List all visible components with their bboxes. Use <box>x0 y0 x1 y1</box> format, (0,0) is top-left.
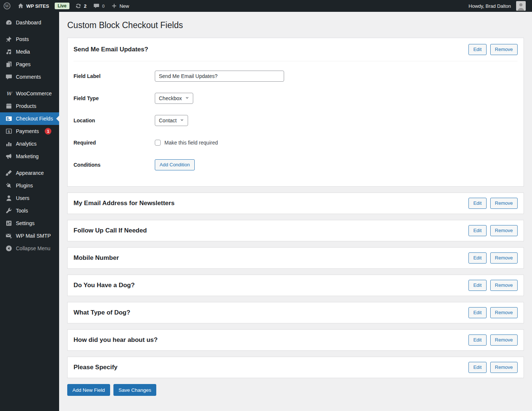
music-note-icon <box>5 48 13 55</box>
sidebar-item-plugins[interactable]: Plugins <box>0 179 59 192</box>
edit-button[interactable]: Edit <box>468 252 486 264</box>
remove-button[interactable]: Remove <box>490 280 518 291</box>
wrench-icon <box>5 207 13 214</box>
field-panel: What Type of Dog? Edit Remove <box>67 302 524 323</box>
remove-button[interactable]: Remove <box>490 252 518 264</box>
howdy-text: Howdy, Brad Dalton <box>466 3 514 9</box>
wordpress-logo-button[interactable]: W <box>0 0 14 12</box>
sidebar-item-products[interactable]: Products <box>0 100 59 112</box>
updates-button[interactable]: 2 <box>72 0 90 12</box>
remove-button[interactable]: Remove <box>490 225 518 236</box>
new-label: New <box>119 3 129 9</box>
comments-button[interactable]: 0 <box>90 0 108 12</box>
remove-button[interactable]: Remove <box>490 334 518 346</box>
field-panel-title: Follow Up Call If Needed <box>74 227 147 234</box>
sidebar-item-collapse-menu[interactable]: Collapse Menu <box>0 242 59 255</box>
field-label-input[interactable] <box>155 71 284 82</box>
chevron-down-icon <box>184 95 190 102</box>
sidebar-item-checkout-fields[interactable]: Checkout Fields <box>0 112 59 125</box>
sidebar-item-label: Analytics <box>16 141 37 147</box>
add-new-field-button[interactable]: Add New Field <box>67 384 110 396</box>
sidebar-item-comments[interactable]: Comments <box>0 71 59 83</box>
checkout-fields-icon <box>5 115 13 122</box>
plus-icon <box>111 3 117 9</box>
pages-icon <box>5 61 13 68</box>
sidebar-item-wp-mail-smtp[interactable]: WP Mail SMTP <box>0 230 59 242</box>
home-icon <box>17 3 24 9</box>
sidebar-item-analytics[interactable]: Analytics <box>0 137 59 150</box>
location-value: Contact <box>159 118 177 123</box>
edit-button[interactable]: Edit <box>468 362 486 373</box>
sidebar-item-label: Pages <box>16 61 31 67</box>
field-panel-title: Send Me Email Updates? <box>74 46 148 53</box>
bar-chart-icon <box>5 140 13 147</box>
remove-button[interactable]: Remove <box>490 362 518 373</box>
sidebar-item-posts[interactable]: Posts <box>0 33 59 45</box>
site-name-link[interactable]: WP SITES <box>14 0 52 12</box>
conditions-label: Conditions <box>74 162 155 168</box>
admin-sidebar: Dashboard Posts Media Pages Comments W W… <box>0 12 59 411</box>
updates-icon <box>75 3 82 9</box>
sidebar-item-label: Comments <box>16 74 41 80</box>
sidebar-item-tools[interactable]: Tools <box>0 204 59 217</box>
sidebar-item-pages[interactable]: Pages <box>0 58 59 71</box>
sidebar-item-label: Plugins <box>16 183 33 188</box>
sliders-icon <box>5 220 13 227</box>
collapse-arrow-icon <box>5 245 13 252</box>
field-panel-title: My Email Address for Newsletters <box>74 200 174 207</box>
sidebar-item-users[interactable]: Users <box>0 192 59 204</box>
remove-button[interactable]: Remove <box>490 307 518 318</box>
remove-button[interactable]: Remove <box>490 198 518 209</box>
field-panel-expanded: Send Me Email Updates? Edit Remove Field… <box>67 38 524 187</box>
sidebar-item-label: Products <box>16 103 36 109</box>
sidebar-item-label: Appearance <box>16 170 44 176</box>
field-type-label: Field Type <box>74 95 155 101</box>
field-type-select[interactable]: Checkbox <box>155 93 193 104</box>
sidebar-item-dashboard[interactable]: Dashboard <box>0 16 59 29</box>
field-panel-title: Mobile Number <box>74 254 119 262</box>
field-panel: Do You Have a Dog? Edit Remove <box>67 275 524 296</box>
add-condition-button[interactable]: Add Condition <box>155 159 195 170</box>
edit-button[interactable]: Edit <box>468 44 486 55</box>
page-title: Custom Block Checkout Fields <box>67 12 524 38</box>
edit-button[interactable]: Edit <box>468 198 486 209</box>
new-content-button[interactable]: New <box>108 0 132 12</box>
comment-icon <box>5 73 13 81</box>
sidebar-item-label: Collapse Menu <box>16 245 50 251</box>
field-panel: How did you hear about us? Edit Remove <box>67 329 524 351</box>
sidebar-item-payments[interactable]: $ Payments 1 <box>0 125 59 137</box>
field-label-label: Field Label <box>74 73 155 79</box>
envelope-icon <box>5 232 13 240</box>
edit-button[interactable]: Edit <box>468 225 486 236</box>
sidebar-item-label: Settings <box>16 220 35 226</box>
sidebar-item-woocommerce[interactable]: W WooCommerce <box>0 87 59 100</box>
sidebar-item-settings[interactable]: Settings <box>0 217 59 230</box>
edit-button[interactable]: Edit <box>468 280 486 291</box>
updates-count: 2 <box>84 3 86 9</box>
sidebar-item-appearance[interactable]: Appearance <box>0 167 59 179</box>
sidebar-item-marketing[interactable]: Marketing <box>0 150 59 163</box>
payments-icon: $ <box>5 128 13 135</box>
live-badge: Live <box>55 3 69 9</box>
save-changes-button[interactable]: Save Changes <box>113 384 157 396</box>
location-select[interactable]: Contact <box>155 115 188 126</box>
woocommerce-icon: W <box>5 90 13 97</box>
sidebar-item-media[interactable]: Media <box>0 45 59 58</box>
sidebar-item-label: Tools <box>16 208 28 214</box>
sidebar-item-label: Users <box>16 195 30 201</box>
svg-text:W: W <box>5 4 9 8</box>
field-panel: My Email Address for Newsletters Edit Re… <box>67 193 524 214</box>
comments-count: 0 <box>102 3 105 9</box>
box-icon <box>5 102 13 110</box>
edit-button[interactable]: Edit <box>468 334 486 346</box>
sidebar-item-label: Posts <box>16 36 29 42</box>
edit-button[interactable]: Edit <box>468 307 486 318</box>
remove-button[interactable]: Remove <box>490 44 518 55</box>
location-label: Location <box>74 118 155 123</box>
sidebar-item-label: WooCommerce <box>16 91 52 96</box>
account-menu[interactable]: Howdy, Brad Dalton <box>462 0 532 12</box>
user-icon <box>5 194 13 202</box>
field-panel-title: Please Specify <box>74 364 117 371</box>
required-checkbox[interactable] <box>155 140 161 146</box>
main-content: Custom Block Checkout Fields Send Me Ema… <box>59 12 532 411</box>
